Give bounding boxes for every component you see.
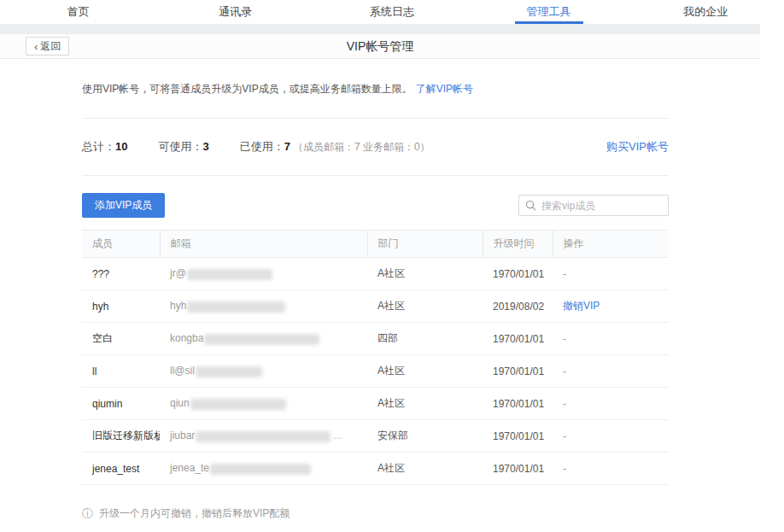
add-vip-member-button[interactable]: 添加VIP成员 bbox=[82, 193, 165, 218]
redacted-email-blur bbox=[196, 366, 262, 377]
toolbar: 添加VIP成员 bbox=[82, 193, 669, 218]
action-none: - bbox=[563, 268, 566, 280]
action-none: - bbox=[563, 333, 566, 345]
info-icon: ⓘ bbox=[82, 508, 93, 519]
redacted-email-blur bbox=[204, 334, 319, 345]
action-none: - bbox=[563, 463, 566, 475]
top-nav: 首页 通讯录 系统日志 管理工具 我的企业 bbox=[0, 0, 784, 24]
footnote-text: 升级一个月内可撤销，撤销后释放VIP配额 bbox=[99, 506, 290, 521]
search-icon bbox=[525, 200, 536, 211]
table-row: 空白kongba四部1970/01/01- bbox=[82, 323, 669, 355]
member-cell: ??? bbox=[82, 258, 160, 290]
action-cell: - bbox=[553, 355, 669, 388]
stat-available-value: 3 bbox=[202, 140, 208, 153]
table-row: jenea_testjenea_teA社区1970/01/01- bbox=[82, 453, 669, 485]
stat-used-detail: （成员邮箱：7 业务邮箱：0） bbox=[293, 141, 430, 153]
nav-divider-strip bbox=[0, 24, 760, 34]
column-header: 部门 bbox=[367, 231, 483, 258]
upgrade-date-cell: 1970/01/01 bbox=[483, 420, 553, 453]
redacted-email-blur bbox=[210, 464, 311, 475]
redacted-email-blur bbox=[187, 301, 285, 313]
upgrade-date-cell: 2019/08/02 bbox=[483, 290, 553, 323]
column-header: 邮箱 bbox=[160, 231, 367, 258]
table-row: qiuminqiunA社区1970/01/01- bbox=[82, 388, 669, 420]
department-cell: A社区 bbox=[367, 258, 483, 290]
stat-available-label: 可使用： bbox=[158, 140, 202, 153]
upgrade-date-cell: 1970/01/01 bbox=[483, 258, 553, 290]
column-header: 操作 bbox=[553, 231, 669, 258]
vip-members-table: 成员邮箱部门升级时间操作 ???jr@A社区1970/01/01-hyhhyhA… bbox=[82, 230, 669, 485]
department-cell: 四部 bbox=[367, 323, 483, 355]
action-cell: - bbox=[553, 420, 669, 453]
search-input[interactable] bbox=[541, 200, 662, 212]
revoke-vip-link[interactable]: 撤销VIP bbox=[563, 300, 600, 312]
stat-total: 总计：10 bbox=[82, 139, 127, 155]
table-row: hyhhyhA社区2019/08/02撤销VIP bbox=[82, 290, 669, 323]
action-cell: - bbox=[553, 453, 669, 485]
upgrade-date-cell: 1970/01/01 bbox=[483, 355, 553, 388]
stat-available: 可使用：3 bbox=[158, 139, 208, 155]
email-prefix: jiubar bbox=[170, 430, 195, 441]
member-cell: hyh bbox=[82, 290, 160, 323]
nav-item-system-log[interactable]: 系统日志 bbox=[313, 0, 471, 24]
nav-item-admin-tools[interactable]: 管理工具 bbox=[471, 0, 628, 24]
footnote: ⓘ 升级一个月内可撤销，撤销后释放VIP配额 bbox=[82, 506, 669, 521]
stat-total-label: 总计： bbox=[82, 140, 115, 153]
department-cell: A社区 bbox=[367, 290, 483, 323]
page-header: ‹ 返回 VIP帐号管理 bbox=[0, 34, 760, 59]
column-header: 成员 bbox=[82, 231, 160, 258]
intro-text: 使用VIP帐号，可将普通成员升级为VIP成员，或提高业务邮箱数量上限。 bbox=[82, 83, 412, 95]
redacted-email-blur bbox=[196, 431, 331, 442]
stat-total-value: 10 bbox=[115, 140, 127, 153]
member-cell: 空白 bbox=[82, 323, 160, 355]
member-cell: 旧版迁移新版杨珍 bbox=[82, 420, 160, 453]
search-box[interactable] bbox=[518, 195, 669, 216]
email-cell: ll@sil bbox=[160, 355, 367, 388]
table-header-row: 成员邮箱部门升级时间操作 bbox=[82, 231, 669, 258]
intro-paragraph: 使用VIP帐号，可将普通成员升级为VIP成员，或提高业务邮箱数量上限。了解VIP… bbox=[82, 82, 669, 96]
email-prefix: ll@sil bbox=[170, 365, 195, 377]
upgrade-date-cell: 1970/01/01 bbox=[483, 323, 553, 355]
email-cell: jenea_te bbox=[160, 453, 367, 485]
action-none: - bbox=[563, 430, 566, 442]
department-cell: A社区 bbox=[367, 355, 483, 388]
nav-item-my-enterprise[interactable]: 我的企业 bbox=[627, 0, 784, 24]
email-cell: qiun bbox=[160, 388, 367, 420]
stats-bar: 总计：10 可使用：3 已使用：7（成员邮箱：7 业务邮箱：0） 购买VIP帐号 bbox=[82, 119, 669, 175]
department-cell: 安保部 bbox=[367, 420, 483, 453]
learn-vip-link[interactable]: 了解VIP帐号 bbox=[416, 83, 473, 95]
action-cell: - bbox=[553, 258, 669, 290]
redacted-email-blur bbox=[187, 269, 272, 280]
email-prefix: qiun bbox=[170, 397, 190, 409]
action-cell: 撤销VIP bbox=[553, 290, 669, 323]
action-none: - bbox=[563, 365, 566, 377]
email-cell: hyh bbox=[160, 290, 367, 323]
column-header: 升级时间 bbox=[483, 231, 553, 258]
email-prefix: hyh bbox=[170, 300, 186, 312]
email-prefix: jr@ bbox=[170, 267, 186, 279]
upgrade-date-cell: 1970/01/01 bbox=[483, 388, 553, 420]
buy-vip-link[interactable]: 购买VIP帐号 bbox=[606, 139, 669, 155]
member-cell: ll bbox=[82, 355, 160, 388]
action-cell: - bbox=[553, 388, 669, 420]
page-title: VIP帐号管理 bbox=[0, 34, 760, 59]
member-cell: jenea_test bbox=[82, 453, 160, 485]
nav-item-contacts[interactable]: 通讯录 bbox=[157, 0, 314, 24]
email-prefix: jenea_te bbox=[170, 462, 209, 474]
department-cell: A社区 bbox=[367, 388, 483, 420]
action-none: - bbox=[563, 398, 566, 410]
redacted-email-blur bbox=[190, 399, 286, 410]
stat-used-value: 7 bbox=[284, 140, 290, 153]
email-cell: jiubar ... bbox=[160, 420, 367, 453]
action-cell: - bbox=[553, 323, 669, 355]
email-ellipsis: ... bbox=[331, 430, 342, 441]
upgrade-date-cell: 1970/01/01 bbox=[483, 453, 553, 485]
table-row: llll@silA社区1970/01/01- bbox=[82, 355, 669, 388]
department-cell: A社区 bbox=[367, 453, 483, 485]
divider bbox=[82, 175, 669, 176]
table-row: ???jr@A社区1970/01/01- bbox=[82, 258, 669, 290]
stat-used: 已使用：7（成员邮箱：7 业务邮箱：0） bbox=[240, 139, 430, 155]
table-row: 旧版迁移新版杨珍jiubar ...安保部1970/01/01- bbox=[82, 420, 669, 453]
nav-item-home[interactable]: 首页 bbox=[0, 0, 157, 24]
content-area: 使用VIP帐号，可将普通成员升级为VIP成员，或提高业务邮箱数量上限。了解VIP… bbox=[82, 82, 669, 521]
